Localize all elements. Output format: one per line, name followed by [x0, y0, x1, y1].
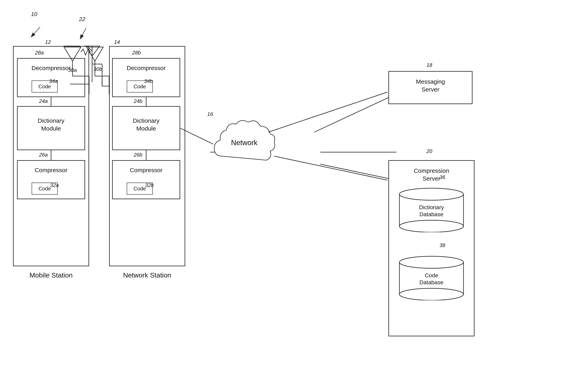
ref-28a: 28a	[35, 50, 44, 56]
ref-26a: 26a	[39, 152, 48, 158]
ref-38: 38	[439, 242, 445, 248]
svg-line-30	[274, 156, 388, 180]
messaging-server-box: MessagingServer	[389, 71, 472, 104]
dictionary-module-network-box: DictionaryModule	[112, 106, 180, 150]
ref-10: 10	[31, 11, 37, 18]
ref-12: 12	[45, 39, 51, 45]
code-database-cylinder: Code Database	[395, 254, 468, 300]
diagram: 10 22 12 14 Mobile Station 28a Decompres…	[0, 0, 574, 392]
decompressor-mobile-box: Decompressor Code	[17, 58, 85, 97]
mobile-station-label: Mobile Station	[13, 271, 89, 279]
ref-28b: 28b	[132, 50, 141, 56]
ref-34a: 34a	[49, 78, 58, 84]
svg-line-16	[320, 164, 396, 180]
ref-14: 14	[114, 39, 120, 45]
compressor-network-box: Compressor Code	[112, 160, 180, 199]
ref-24b: 24b	[134, 98, 142, 104]
svg-point-51	[399, 288, 464, 300]
dictionary-module-mobile-box: DictionaryModule	[17, 106, 85, 150]
compressor-network-label: Compressor	[113, 167, 180, 174]
svg-point-50	[399, 256, 464, 268]
ref-30b: 30b	[94, 66, 102, 72]
decompressor-network-label: Decompressor	[113, 65, 180, 71]
decompressor-network-box: Decompressor Code	[112, 58, 180, 97]
svg-line-2	[31, 27, 40, 37]
svg-text:Database: Database	[419, 211, 443, 217]
ref-32b: 32b	[145, 182, 154, 188]
compressor-mobile-label: Compressor	[18, 167, 84, 174]
compressor-mobile-box: Compressor Code	[17, 160, 85, 199]
ref-26b: 26b	[134, 152, 142, 158]
network-cloud: Network	[210, 116, 278, 172]
ref-20: 20	[427, 148, 432, 154]
svg-text:Dictionary: Dictionary	[419, 204, 444, 210]
dictionary-module-network-label: DictionaryModule	[113, 117, 180, 132]
network-station-label: Network Station	[109, 271, 185, 279]
svg-point-45	[399, 188, 464, 200]
messaging-server-label: MessagingServer	[389, 78, 472, 93]
svg-line-29	[268, 92, 388, 132]
dictionary-database-cylinder: Dictionary Database	[395, 186, 468, 232]
ref-18: 18	[427, 62, 432, 68]
svg-point-46	[399, 220, 464, 232]
ref-30a: 30a	[68, 67, 77, 73]
dictionary-module-mobile-label: DictionaryModule	[18, 117, 84, 132]
svg-text:Database: Database	[419, 279, 443, 286]
ref-36: 36	[439, 174, 445, 180]
ref-16: 16	[207, 111, 213, 117]
svg-line-3	[80, 28, 86, 39]
svg-text:Network: Network	[231, 139, 258, 147]
compression-server-label: CompressionServer	[389, 167, 474, 182]
ref-24a: 24a	[39, 98, 48, 104]
ref-22: 22	[79, 16, 85, 22]
svg-text:Code: Code	[425, 272, 438, 278]
ref-34b: 34b	[144, 78, 153, 84]
ref-32a: 32a	[50, 182, 59, 188]
